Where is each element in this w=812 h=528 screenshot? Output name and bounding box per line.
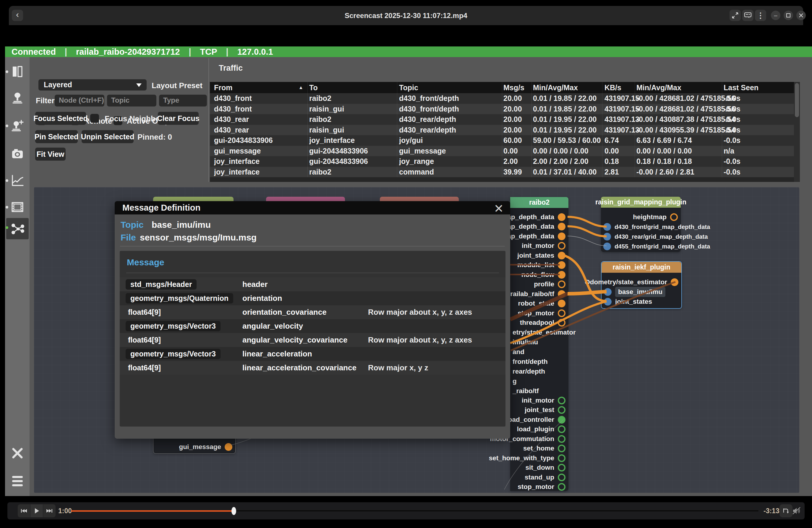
traffic-row[interactable]: d430_frontraibo2d430_front/depth20.000.0… (210, 93, 794, 104)
service-row[interactable]: init_motor (510, 396, 565, 405)
port-row[interactable]: ont/grid_map_depth_data (510, 231, 565, 241)
port-row[interactable]: etry/state_estimator (512, 327, 565, 337)
node-gridmap-header[interactable]: raisin_grid_mapping_plugin (601, 197, 681, 208)
port-circle-icon[interactable] (603, 233, 611, 241)
service-row[interactable]: set_home (510, 444, 565, 454)
service-row[interactable]: stop_motor (510, 482, 565, 492)
skip-forward-button[interactable] (43, 504, 56, 517)
port-circle-icon[interactable] (604, 288, 612, 296)
column-header[interactable]: From (214, 82, 233, 93)
port-circle-icon[interactable] (558, 252, 565, 259)
port-circle-icon[interactable] (224, 443, 232, 451)
port-row[interactable]: module_list (510, 260, 565, 270)
service-row[interactable]: joint_test (510, 405, 565, 415)
service-circle-icon[interactable] (558, 454, 565, 462)
message-field-row[interactable]: float64[9]linear_acceleration_covariance… (120, 361, 506, 375)
port-circle-icon[interactable] (603, 243, 611, 250)
port-row[interactable]: ear/grid_map_depth_data (510, 222, 565, 232)
traffic-row[interactable]: d430_frontraisin_guid430_front/depth20.0… (210, 104, 794, 114)
port-row[interactable]: profile (510, 280, 565, 289)
port-row[interactable]: railab_raibo/tf (510, 289, 565, 299)
service-circle-icon[interactable] (558, 397, 565, 404)
column-header[interactable]: Min/Avg/Max (636, 82, 681, 93)
topic-filter-input[interactable]: Topic (107, 95, 156, 106)
traffic-row[interactable]: gui-20434833906joy_interfacejoy/gui60.00… (210, 135, 794, 146)
port-circle-icon[interactable] (558, 271, 565, 279)
back-button[interactable]: ‹ (12, 10, 23, 21)
column-header[interactable]: To (309, 82, 318, 93)
clear-focus-button[interactable]: Clear Focus (158, 112, 199, 125)
port-circle-icon[interactable] (558, 300, 565, 307)
sidebar-item-line-chart[interactable] (8, 171, 27, 190)
port-circle-icon[interactable] (558, 319, 565, 327)
port-row[interactable]: and (512, 347, 565, 357)
sidebar-item-film-frame[interactable] (8, 198, 27, 216)
port-row[interactable]: g (512, 376, 565, 386)
port-row[interactable]: base_imu/imu (604, 287, 678, 297)
sidebar-item-camera[interactable] (8, 144, 27, 163)
port-row[interactable]: _raibo/tf (512, 386, 565, 396)
port-row[interactable]: front/depth (512, 357, 565, 367)
seek-handle[interactable] (231, 507, 236, 515)
message-field-row[interactable]: geometry_msgs/Quaternionorientation (120, 291, 506, 305)
traffic-table-header[interactable]: FromToTopicMsg/sMin/Avg/MaxKB/sMin/Avg/M… (210, 82, 794, 93)
service-circle-icon[interactable] (558, 464, 565, 471)
menu-button[interactable]: ⋮ (755, 10, 766, 21)
node-iekf-header[interactable]: raisin_iekf_plugin (601, 262, 681, 273)
column-header[interactable]: Last Seen (724, 82, 758, 93)
node-raisin-grid-mapping-plugin[interactable]: raisin_grid_mapping_plugin heightmapd430… (601, 197, 681, 252)
maximize-button[interactable] (784, 11, 793, 20)
node-raibo2[interactable]: raibo2 ont/grid_map_depth_dataear/grid_m… (510, 197, 568, 491)
service-row[interactable]: motor_commutation (510, 434, 565, 444)
service-circle-icon[interactable] (558, 445, 565, 452)
unpin-selected-button[interactable]: Unpin Selected (82, 130, 134, 143)
port-circle-icon[interactable] (558, 223, 565, 230)
port-row[interactable]: robot_state (510, 299, 565, 309)
message-field-row[interactable]: geometry_msgs/Vector3angular_velocity (120, 319, 506, 333)
table-scrollbar[interactable] (794, 82, 800, 182)
minimize-button[interactable]: – (771, 11, 780, 20)
sidebar-item-node-graph[interactable] (6, 218, 29, 239)
skip-back-button[interactable] (18, 504, 30, 517)
service-row[interactable]: set_home_with_type (510, 453, 565, 463)
service-circle-icon[interactable] (558, 483, 565, 491)
column-header[interactable]: KB/s (605, 82, 621, 93)
fit-view-button[interactable]: Fit View (35, 147, 66, 161)
dialog-close-icon[interactable]: ✕ (494, 202, 504, 215)
fullscreen-button[interactable] (729, 10, 741, 21)
play-button[interactable] (30, 504, 43, 517)
port-circle-icon[interactable] (603, 223, 611, 231)
port-circle-icon[interactable] (558, 242, 565, 249)
port-circle-icon[interactable] (558, 281, 565, 288)
port-row[interactable]: heightmap (601, 212, 678, 222)
port-row[interactable]: threadpool (510, 318, 565, 328)
node-raibo2-header[interactable]: raibo2 (510, 197, 568, 208)
port-row[interactable]: rear/depth (512, 367, 565, 376)
subtitles-button[interactable] (742, 10, 753, 21)
close-panel-button[interactable] (10, 446, 25, 460)
traffic-row[interactable]: joy_interfaceraibo2command39.990.01 / 37… (210, 167, 794, 177)
port-row[interactable]: ont/grid_map_depth_data (510, 212, 565, 222)
menu-list-button[interactable] (10, 474, 25, 488)
close-button[interactable] (796, 11, 806, 20)
port-row[interactable]: Odometry/state_estimator (601, 277, 678, 287)
port-row[interactable]: d430_front/grid_map_depth_data (603, 222, 678, 232)
message-field-row[interactable]: float64[9]angular_velocity_covarianceRow… (120, 333, 506, 347)
sort-ascending-icon[interactable]: ▲ (299, 82, 303, 93)
port-row[interactable]: d430_rear/grid_map_depth_data (603, 232, 678, 241)
port-row[interactable]: joint_states (604, 297, 678, 306)
sidebar-item-joystick[interactable] (8, 89, 27, 108)
service-circle-icon[interactable] (558, 416, 565, 424)
node-filter-input[interactable]: Node (Ctrl+F) (55, 95, 104, 106)
column-header[interactable]: Topic (399, 82, 418, 93)
port-row[interactable]: stop_motor (510, 308, 565, 318)
port-circle-icon[interactable] (558, 290, 565, 298)
port-row[interactable]: init_motor (510, 241, 565, 251)
port-row[interactable]: joint_states (510, 251, 565, 260)
service-circle-icon[interactable] (558, 435, 565, 443)
service-circle-icon[interactable] (558, 474, 565, 481)
service-row[interactable]: load_plugin (510, 425, 565, 434)
focus-neighbors-checkbox[interactable] (90, 114, 99, 123)
traffic-row[interactable]: d430_rearraibo2d430_rear/depth20.000.01 … (210, 114, 794, 125)
port-row[interactable]: imu/imu (512, 337, 565, 347)
